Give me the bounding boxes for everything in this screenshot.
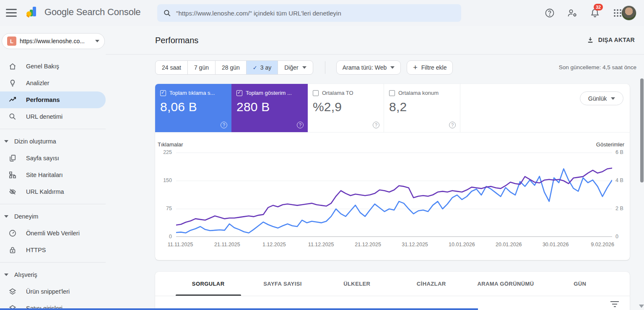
x-axis-tick: 9.02.2026 [591, 242, 614, 247]
tab-dates[interactable]: GÜN [543, 272, 617, 296]
speedometer-icon [8, 229, 17, 237]
download-icon [587, 36, 594, 44]
sidebar-item-sitemaps[interactable]: Site Haritaları [0, 167, 106, 183]
tab-devices[interactable]: CİHAZLAR [394, 272, 468, 296]
notifications-bell-icon[interactable]: 32 [589, 8, 600, 18]
sidebar-section-shopping[interactable]: Alışveriş [0, 266, 106, 283]
inspect-url-searchbar[interactable] [157, 4, 461, 22]
x-axis-tick: 10.01.2026 [449, 242, 475, 247]
line-chart [176, 152, 612, 237]
pages-icon [8, 154, 17, 162]
main-content: Performans DIŞA AKTAR 24 saat 7 gün 28 g… [106, 26, 644, 310]
date-range-segmented-control: 24 saat 7 gün 28 gün 3 ay Diğer [155, 60, 313, 75]
notification-badge: 32 [594, 4, 603, 10]
help-icon[interactable] [297, 122, 304, 128]
divider [155, 296, 630, 296]
checkbox-unchecked-icon[interactable] [313, 90, 319, 96]
tab-search-appearance[interactable]: ARAMA GÖRÜNÜMÜ [468, 272, 543, 296]
tab-pages[interactable]: SAYFA SAYISI [245, 272, 319, 296]
add-filter-button[interactable]: + Filtre ekle [407, 60, 453, 75]
sitemap-icon [8, 171, 17, 179]
search-input[interactable] [176, 10, 455, 17]
granularity-dropdown[interactable]: Günlük [580, 91, 623, 105]
x-axis-tick: 11.11.2025 [168, 242, 193, 247]
chevron-down-icon [302, 66, 306, 69]
x-axis-tick: 30.01.2026 [543, 242, 569, 247]
range-28d[interactable]: 28 gün [216, 61, 247, 74]
checkbox-checked-icon[interactable] [236, 90, 242, 96]
help-icon[interactable] [544, 8, 555, 18]
dimension-tabs: SORGULAR SAYFA SAYISI ÜLKELER CİHAZLAR A… [171, 272, 617, 296]
range-other[interactable]: Diğer [278, 61, 312, 74]
help-icon[interactable] [449, 122, 456, 128]
triangle-down-icon [4, 274, 8, 276]
filter-list-icon[interactable] [610, 301, 619, 308]
search-icon [163, 9, 171, 17]
sidebar-item-https[interactable]: HTTPS [0, 242, 106, 258]
lock-icon [8, 246, 17, 254]
sidebar-item-overview[interactable]: Genel Bakış [0, 58, 106, 75]
x-axis-tick: 21.12.2025 [355, 242, 381, 247]
metric-card-average-ctr[interactable]: Ortalama TO %2,9 [308, 84, 384, 132]
left-axis-tick: 0 [155, 234, 172, 240]
sidebar-item-insights[interactable]: Analizler [0, 75, 106, 91]
right-axis-tick: 0 [615, 234, 618, 240]
right-axis-tick: 2 B [615, 206, 623, 211]
divider [0, 262, 106, 263]
sidebar-item-core-web-vitals[interactable]: Önemli Web Verileri [0, 225, 106, 242]
divider [325, 61, 325, 74]
help-icon[interactable] [373, 122, 379, 128]
sidebar-item-product-snippets[interactable]: Ürün snippet'leri [0, 283, 106, 300]
tab-countries[interactable]: ÜLKELER [320, 272, 394, 296]
magnifier-icon [8, 112, 17, 121]
app-logo[interactable]: Google Search Console [24, 5, 140, 20]
divider [0, 129, 106, 129]
sidebar-item-url-inspection[interactable]: URL denetimi [0, 108, 106, 125]
series-line-clicks [176, 169, 612, 233]
eye-off-icon [8, 188, 17, 196]
triangle-down-icon [4, 215, 8, 218]
right-axis-tick: 6 B [615, 149, 623, 155]
avatar[interactable] [621, 5, 636, 21]
vertical-scrollbar-thumb[interactable] [640, 78, 644, 182]
right-axis-title: Gösterimler [596, 141, 624, 148]
x-axis-tick: 31.12.2025 [402, 242, 428, 247]
divider [106, 54, 644, 55]
scrollbar-arrow-icon[interactable] [639, 305, 644, 308]
checkbox-unchecked-icon[interactable] [389, 90, 395, 96]
performance-chart-panel: Toplam tıklama s... 8,06 B Toplam göster… [155, 84, 630, 260]
metric-value: 280 B [236, 100, 303, 114]
range-3m-selected[interactable]: 3 ay [247, 61, 278, 74]
right-axis-tick: 4 B [615, 177, 623, 183]
search-type-filter[interactable]: Arama türü: Web [336, 60, 401, 75]
metric-card-total-clicks[interactable]: Toplam tıklama s... 8,06 B [155, 84, 231, 132]
sidebar-section-indexing[interactable]: Dizin oluşturma [0, 133, 106, 150]
export-button[interactable]: DIŞA AKTAR [587, 36, 635, 44]
metric-card-average-position[interactable]: Ortalama konum 8,2 [384, 84, 460, 132]
menu-icon[interactable] [6, 9, 17, 17]
metric-card-total-impressions[interactable]: Toplam gösterim ... 280 B [231, 84, 308, 132]
checkbox-checked-icon[interactable] [160, 90, 166, 96]
sidebar-nav: Genel Bakış Analizler Performans URL den… [0, 26, 106, 310]
user-settings-icon[interactable] [567, 8, 578, 18]
plus-icon: + [413, 64, 418, 71]
app-title: Google Search Console [44, 7, 140, 18]
range-24h[interactable]: 24 saat [156, 61, 188, 74]
metric-value: 8,06 B [160, 100, 226, 114]
lightbulb-icon [8, 79, 17, 87]
layers-icon [8, 287, 17, 296]
sidebar-item-removals[interactable]: URL Kaldırma [0, 183, 106, 200]
sidebar-item-performance[interactable]: Performans [0, 91, 106, 108]
x-axis-tick: 11.12.2025 [308, 242, 334, 247]
help-icon[interactable] [221, 122, 227, 128]
range-7d[interactable]: 7 gün [188, 61, 216, 74]
tab-queries[interactable]: SORGULAR [171, 272, 245, 296]
sidebar-section-experience[interactable]: Deneyim [0, 208, 106, 225]
triangle-down-icon [4, 140, 8, 143]
left-axis-tick: 75 [155, 206, 172, 211]
last-update-text: Son güncelleme: 4,5 saat önce [559, 64, 636, 70]
bottom-edge-bar [0, 308, 478, 310]
home-icon [8, 62, 17, 70]
top-app-bar: Google Search Console 32 [0, 0, 644, 26]
sidebar-item-pages[interactable]: Sayfa sayısı [0, 150, 106, 167]
